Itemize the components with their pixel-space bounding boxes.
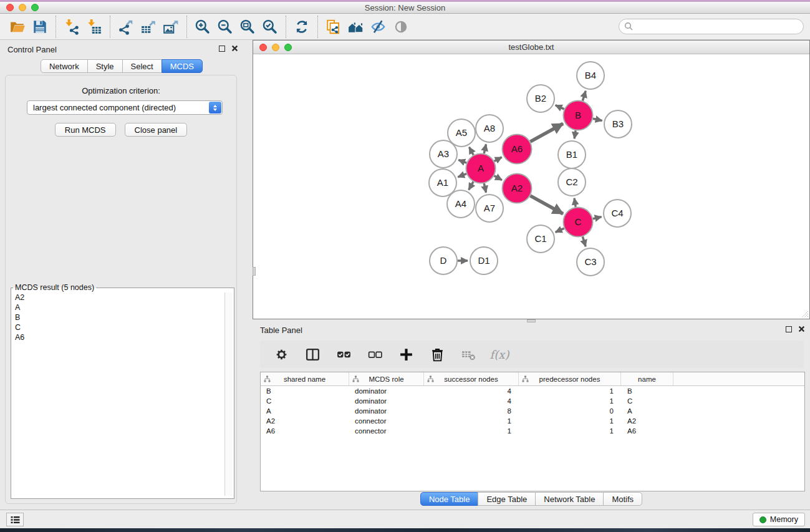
graph-edge-C-C1[interactable] [556,228,564,232]
graph-edge-A-A4[interactable] [469,181,473,190]
graph-node-A6[interactable]: A6 [503,135,532,164]
mcds-result-item[interactable]: C [12,322,233,332]
close-network-button[interactable] [259,44,267,51]
table-cell[interactable]: 0 [519,407,621,415]
left-splitter-handle[interactable] [253,267,256,276]
column-header-shared-name[interactable]: shared name [261,372,349,385]
search-box[interactable] [619,19,804,34]
memory-button[interactable]: Memory [753,513,805,526]
table-cell[interactable]: connector [349,427,424,435]
graph-edge-A-A3[interactable] [458,160,466,163]
graph-edge-A-A2[interactable] [494,176,501,180]
table-cell[interactable]: A2 [621,417,673,425]
graph-edge-A2-C[interactable] [530,196,562,214]
control-tab-select[interactable]: Select [122,59,162,73]
search-input[interactable] [634,21,803,33]
graph-edge-A-A7[interactable] [484,183,486,193]
network-window-titlebar[interactable]: testGlobe.txt [253,41,809,54]
new-network-from-selection-button[interactable] [322,16,345,37]
network-canvas[interactable]: B4B2BB3A8A5A6A3B1AA1C2A2A4A7C4CC1C3DD1 [253,54,809,319]
graph-edge-B-B2[interactable] [556,105,564,109]
graph-node-A[interactable]: A [466,154,496,183]
graph-node-C2[interactable]: C2 [558,168,586,196]
table-cell[interactable]: 1 [519,397,621,405]
mcds-result-item[interactable]: A [12,302,233,312]
table-cell[interactable]: 1 [519,387,621,395]
table-tab-edge-table[interactable]: Edge Table [478,492,536,506]
bottom-splitter-handle[interactable] [527,319,536,322]
graph-edge-C-C4[interactable] [593,217,602,219]
close-table-panel-icon[interactable] [798,326,805,332]
column-header-predecessor-nodes[interactable]: predecessor nodes [519,372,621,385]
table-row[interactable]: Bdominator41B [261,386,804,396]
graph-edge-B-B1[interactable] [574,130,576,138]
graph-node-C3[interactable]: C3 [577,248,604,276]
table-cell[interactable]: A6 [261,427,349,435]
table-cell[interactable]: 4 [424,397,519,405]
table-cell[interactable]: 1 [519,427,621,435]
table-settings-button[interactable] [270,344,292,365]
graph-edge-A-A5[interactable] [469,147,473,155]
export-image-button[interactable] [160,16,182,37]
graph-node-B[interactable]: B [564,101,593,130]
mcds-result-item[interactable]: A2 [12,293,233,302]
graph-edge-A-A8[interactable] [484,144,486,153]
zoom-window-button[interactable] [31,4,39,11]
delete-columns-button[interactable] [426,344,448,365]
import-table-button[interactable] [83,16,105,37]
table-cell[interactable]: dominator [349,397,424,405]
mcds-result-item[interactable]: A6 [12,332,233,342]
control-tab-style[interactable]: Style [87,59,123,73]
export-table-button[interactable] [137,16,160,37]
table-cell[interactable]: 8 [424,407,519,415]
graph-node-A4[interactable]: A4 [447,190,475,218]
graph-node-C[interactable]: C [564,208,593,237]
control-tab-network[interactable]: Network [41,59,88,73]
graph-node-D1[interactable]: D1 [470,247,498,274]
minimize-network-button[interactable] [272,44,279,51]
graph-edge-A-A6[interactable] [494,157,502,161]
table-cell[interactable]: 1 [519,417,621,425]
close-panel-icon[interactable] [231,45,238,52]
resize-grip-icon[interactable] [801,311,809,318]
graph-edge-A6-B[interactable] [530,123,562,142]
float-panel-icon[interactable] [219,46,225,52]
show-graphics-details-button[interactable] [390,16,412,37]
close-window-button[interactable] [6,4,14,11]
graph-edge-B-B3[interactable] [593,118,602,120]
graph-node-B1[interactable]: B1 [558,141,586,168]
zoom-out-button[interactable] [214,16,236,37]
save-session-button[interactable] [29,16,51,37]
graph-node-B3[interactable]: B3 [604,110,632,138]
zoom-fit-button[interactable] [236,16,259,37]
home-button[interactable] [345,16,367,37]
graph-node-B4[interactable]: B4 [577,62,604,89]
control-tab-mcds[interactable]: MCDS [162,59,203,73]
table-cell[interactable]: 1 [424,427,519,435]
table-row[interactable]: A6connector11A6 [261,426,804,436]
table-cell[interactable]: C [621,397,673,405]
graph-node-A3[interactable]: A3 [430,140,457,168]
float-table-panel-icon[interactable] [786,326,792,332]
close-panel-button[interactable]: Close panel [125,123,188,137]
column-header-successor-nodes[interactable]: successor nodes [424,372,519,385]
column-header-name[interactable]: name [621,372,673,385]
unselect-all-columns-button[interactable] [364,344,386,365]
zoom-network-button[interactable] [284,44,292,51]
mcds-result-item[interactable]: B [12,312,233,322]
graph-node-B2[interactable]: B2 [527,85,554,112]
table-cell[interactable]: dominator [349,407,424,415]
table-tab-network-table[interactable]: Network Table [535,492,604,506]
graph-edge-C-C3[interactable] [582,236,586,246]
import-network-button[interactable] [60,16,83,37]
zoom-selected-button[interactable] [259,16,281,37]
graph-node-A2[interactable]: A2 [503,174,532,203]
create-column-button[interactable] [395,344,417,365]
table-cell[interactable]: connector [349,417,424,425]
table-cell[interactable]: A2 [261,417,349,425]
table-tab-node-table[interactable]: Node Table [420,492,479,506]
table-cell[interactable]: A [621,407,673,415]
graph-node-A8[interactable]: A8 [476,115,503,142]
graph-node-A7[interactable]: A7 [476,195,503,222]
table-cell[interactable]: 1 [424,417,519,425]
